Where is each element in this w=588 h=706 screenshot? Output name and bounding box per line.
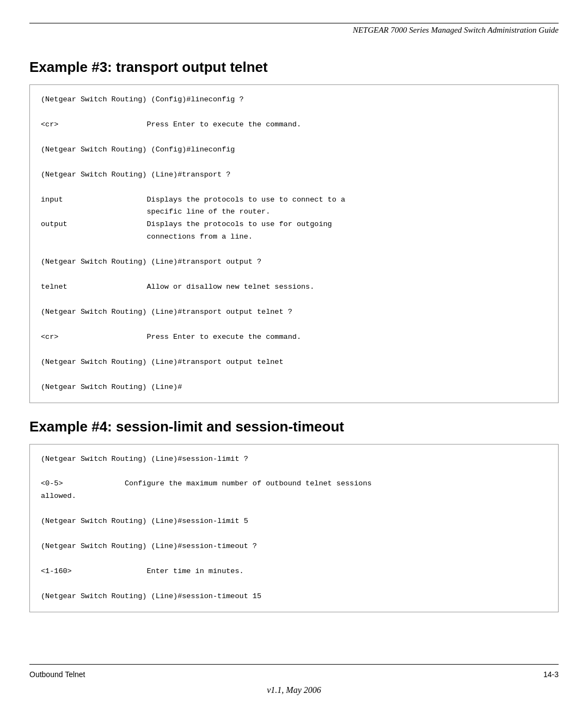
- content-area: Example #3: transport output telnet (Net…: [0, 35, 588, 664]
- footer-version: v1.1, May 2006: [0, 682, 588, 706]
- header-title: NETGEAR 7000 Series Managed Switch Admin…: [0, 23, 588, 35]
- footer-left-text: Outbound Telnet: [29, 670, 85, 679]
- section3-code-box: (Netgear Switch Routing) (Config)#lineco…: [29, 84, 559, 403]
- section4-heading: Example #4: session-limit and session-ti…: [29, 418, 559, 435]
- footer-area: Outbound Telnet 14-3: [29, 664, 559, 682]
- section3-heading: Example #3: transport output telnet: [29, 59, 559, 76]
- footer-right-text: 14-3: [543, 670, 559, 679]
- footer-bottom: Outbound Telnet 14-3 v1.1, May 2006: [0, 664, 588, 706]
- page-container: NETGEAR 7000 Series Managed Switch Admin…: [0, 0, 588, 706]
- section4-code-box: (Netgear Switch Routing) (Line)#session-…: [29, 444, 559, 612]
